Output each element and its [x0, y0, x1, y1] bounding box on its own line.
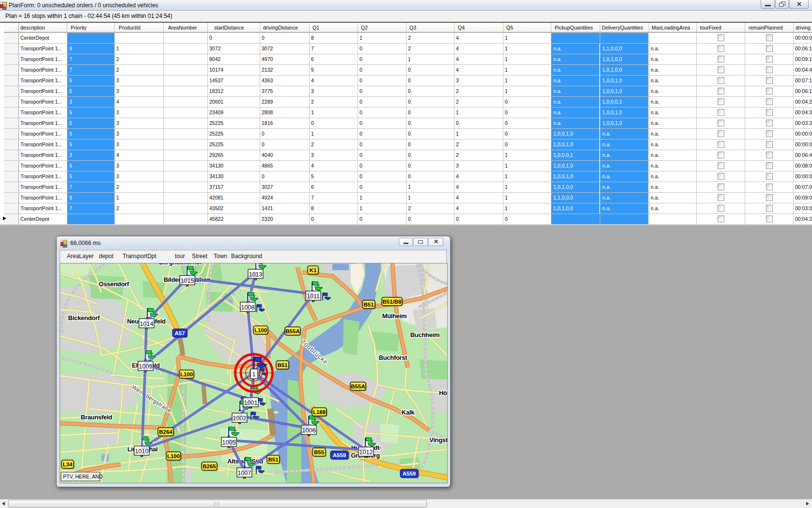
svg-text:L188: L188 [313, 409, 326, 415]
svg-text:Buchheim: Buchheim [410, 331, 439, 339]
svg-text:B55A: B55A [351, 384, 365, 389]
svg-text:Höhenberg: Höhenberg [439, 389, 447, 397]
svg-text:Mülheim: Mülheim [382, 312, 407, 320]
svg-text:B265: B265 [203, 463, 216, 469]
svg-text:A57: A57 [174, 330, 185, 336]
svg-text:Ossendorf: Ossendorf [99, 280, 129, 288]
svg-text:1: 1 [252, 371, 256, 378]
svg-text:L34: L34 [63, 462, 73, 467]
svg-text:A559: A559 [333, 452, 346, 458]
svg-text:K1: K1 [310, 267, 317, 273]
svg-text:B51: B51 [363, 302, 374, 308]
svg-text:L100: L100 [180, 371, 193, 377]
svg-text:B51: B51 [277, 362, 288, 368]
svg-text:B55A: B55A [285, 328, 299, 334]
svg-text:Kalk: Kalk [402, 409, 415, 416]
svg-text:B51: B51 [268, 457, 279, 462]
svg-text:Bergheimerhof: Bergheimerhof [159, 263, 203, 266]
svg-text:B264: B264 [159, 429, 172, 435]
svg-text:A559: A559 [403, 471, 416, 477]
svg-text:Buchforst: Buchforst [379, 354, 408, 361]
svg-text:Vingst: Vingst [429, 436, 447, 444]
svg-text:PTV, HERE, AND: PTV, HERE, AND [63, 474, 103, 479]
svg-text:B55: B55 [314, 449, 325, 455]
svg-text:L100: L100 [167, 453, 180, 459]
svg-text:B51/B8: B51/B8 [383, 299, 402, 305]
svg-text:Bickendorf: Bickendorf [68, 314, 100, 322]
svg-text:L100: L100 [254, 327, 267, 333]
svg-text:Braunsfeld: Braunsfeld [81, 414, 112, 421]
